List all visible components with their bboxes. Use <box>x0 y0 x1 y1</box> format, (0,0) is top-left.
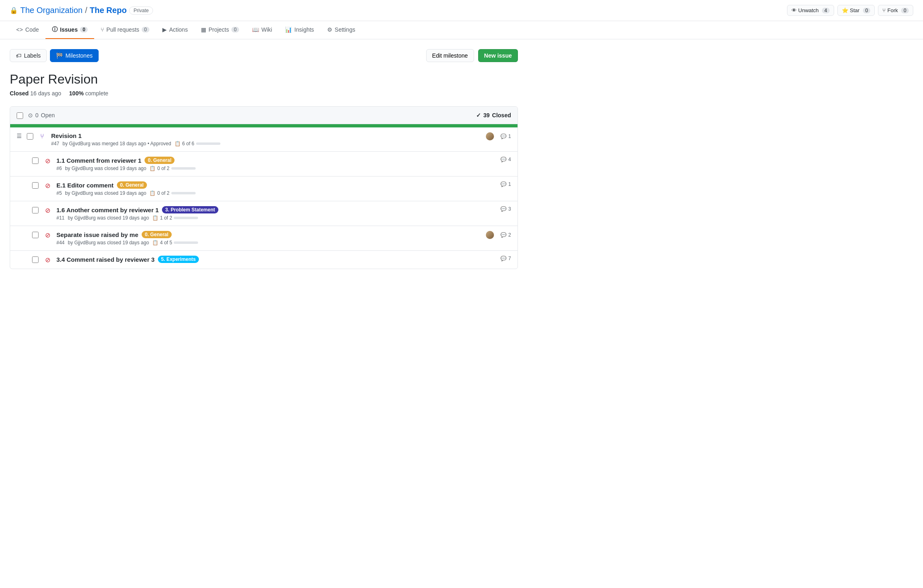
issue-title[interactable]: Revision 1 <box>51 132 82 139</box>
edit-milestone-button[interactable]: Edit milestone <box>426 49 474 62</box>
issue-checkbox[interactable] <box>32 207 39 213</box>
open-count-value: 0 <box>35 112 39 118</box>
issue-checkbox[interactable] <box>27 133 33 140</box>
issue-checkbox[interactable] <box>32 232 39 238</box>
repo-title: 🔒 The Organization / The Repo Private <box>10 6 784 15</box>
issue-title[interactable]: 1.1 Comment from reviewer 1 <box>56 157 141 164</box>
tab-settings-label: Settings <box>335 26 356 33</box>
tab-issues-label: Issues <box>60 26 78 33</box>
tag-icon: 🏷 <box>16 52 22 59</box>
issue-closed-icon: ⊘ <box>43 157 52 165</box>
fork-button[interactable]: ⑂ Fork 0 <box>878 5 913 16</box>
star-label: Star <box>850 7 860 13</box>
projects-icon: ▦ <box>201 26 206 33</box>
issue-author: by GjjvdBurg was merged 18 days ago • Ap… <box>63 141 171 146</box>
tab-wiki[interactable]: 📖 Wiki <box>246 21 278 39</box>
issues-container: ⊙ 0 Open ✓ 39 Closed ☰ ⑂ Revisio <box>10 106 518 269</box>
new-issue-button[interactable]: New issue <box>478 49 518 62</box>
issue-checkbox[interactable] <box>32 182 39 189</box>
labels-button[interactable]: 🏷 Labels <box>10 49 47 62</box>
repo-name-link[interactable]: The Repo <box>90 6 127 15</box>
comment-count: 💬 7 <box>500 256 511 261</box>
unwatch-button[interactable]: 👁 Unwatch 4 <box>787 5 834 16</box>
tab-code[interactable]: <> Code <box>10 21 45 39</box>
tab-insights[interactable]: 📊 Insights <box>278 21 320 39</box>
unwatch-count: 4 <box>822 8 830 13</box>
task-bar <box>174 241 198 244</box>
issue-number: #44 <box>56 240 65 246</box>
tab-actions[interactable]: ▶ Actions <box>156 21 194 39</box>
private-badge: Private <box>129 6 153 15</box>
closed-count: ✓ 39 Closed <box>476 112 511 118</box>
select-all-checkbox[interactable] <box>17 112 23 119</box>
issue-content: 1.6 Another comment by reviewer 1 3. Pro… <box>56 206 496 221</box>
avatar <box>486 231 494 239</box>
milestone-icon: 🏁 <box>56 52 63 59</box>
issue-row: ⊘ 1.6 Another comment by reviewer 1 3. P… <box>10 201 518 226</box>
issue-meta: #6 by GjjvdBurg was closed 19 days ago 📋… <box>56 166 496 171</box>
comment-count-value: 1 <box>508 181 511 187</box>
star-button[interactable]: ⭐ Star 0 <box>837 5 875 16</box>
issue-author: by GjjvdBurg was closed 19 days ago <box>65 166 146 171</box>
org-name-link[interactable]: The Organization <box>20 6 82 15</box>
comment-count: 💬 2 <box>500 232 511 238</box>
tab-pull-requests[interactable]: ⑂ Pull requests 0 <box>94 21 156 39</box>
issue-checkbox[interactable] <box>32 157 39 164</box>
task-icon: 📋 <box>149 190 155 196</box>
task-progress: 📋 0 of 2 <box>149 166 195 171</box>
issue-title[interactable]: 1.6 Another comment by reviewer 1 <box>56 207 159 213</box>
task-icon: 📋 <box>152 215 158 221</box>
issue-row: ⊘ Separate issue raised by me 0. General… <box>10 226 518 251</box>
issue-author: by GjjvdBurg was closed 19 days ago <box>68 215 149 221</box>
progress-bar-fill <box>10 124 518 127</box>
tab-issues[interactable]: ⓘ Issues 0 <box>45 21 94 39</box>
comment-icon: 💬 <box>500 206 507 212</box>
drag-icon: ☰ <box>17 133 22 139</box>
comment-icon: 💬 <box>500 181 507 187</box>
comment-count-value: 7 <box>508 256 511 261</box>
unwatch-label: Unwatch <box>798 7 819 13</box>
lock-icon: 🔒 <box>10 6 18 14</box>
task-icon: 📋 <box>175 141 181 146</box>
open-circle-icon: ⊙ <box>28 112 33 118</box>
repo-actions: 👁 Unwatch 4 ⭐ Star 0 ⑂ Fork 0 <box>787 5 913 16</box>
task-count: 1 of 2 <box>160 215 172 221</box>
closed-count-value: 39 <box>483 112 490 118</box>
issue-closed-icon: ⊘ <box>43 182 52 190</box>
issue-number: #47 <box>51 141 59 146</box>
issue-content: 1.1 Comment from reviewer 1 0. General #… <box>56 157 496 171</box>
tab-settings[interactable]: ⚙ Settings <box>321 21 362 39</box>
comment-count: 💬 3 <box>500 206 511 212</box>
issue-checkbox[interactable] <box>32 256 39 263</box>
task-bar <box>171 192 196 194</box>
issue-title[interactable]: Separate issue raised by me <box>56 231 138 238</box>
milestones-button[interactable]: 🏁 Milestones <box>50 49 99 62</box>
issue-title[interactable]: 3.4 Comment raised by reviewer 3 <box>56 256 155 263</box>
issue-author: by GjjvdBurg was closed 19 days ago <box>65 190 146 196</box>
tab-projects-label: Projects <box>209 26 229 33</box>
issue-title[interactable]: E.1 Editor comment <box>56 182 114 189</box>
fork-label: Fork <box>887 7 898 13</box>
task-count: 6 of 6 <box>182 141 194 146</box>
filter-left: 🏷 Labels 🏁 Milestones <box>10 49 99 62</box>
task-bar <box>171 167 196 170</box>
milestone-status: Closed <box>10 90 29 97</box>
issue-right: 💬 3 <box>500 206 511 212</box>
issue-closed-icon: ⊘ <box>43 207 52 214</box>
issue-content: E.1 Editor comment 0. General #5 by Gjjv… <box>56 181 496 196</box>
code-icon: <> <box>16 26 23 33</box>
label-badge: 0. General <box>117 181 147 189</box>
insights-icon: 📊 <box>285 26 292 33</box>
milestone-pct: 100% <box>69 90 84 97</box>
issue-right: 💬 1 <box>500 181 511 187</box>
tab-projects[interactable]: ▦ Projects 0 <box>194 21 246 39</box>
filter-right: Edit milestone New issue <box>426 49 518 62</box>
comment-count: 💬 1 <box>500 134 511 139</box>
star-icon: ⭐ <box>842 7 848 13</box>
milestones-label: Milestones <box>65 52 93 59</box>
issue-row: ☰ ⑂ Revision 1 #47 by GjjvdBurg was merg… <box>10 127 518 152</box>
issue-meta: #44 by GjjvdBurg was closed 19 days ago … <box>56 240 481 246</box>
task-progress: 📋 1 of 2 <box>152 215 198 221</box>
pr-merged-icon: ⑂ <box>38 133 46 140</box>
labels-label: Labels <box>24 52 41 59</box>
